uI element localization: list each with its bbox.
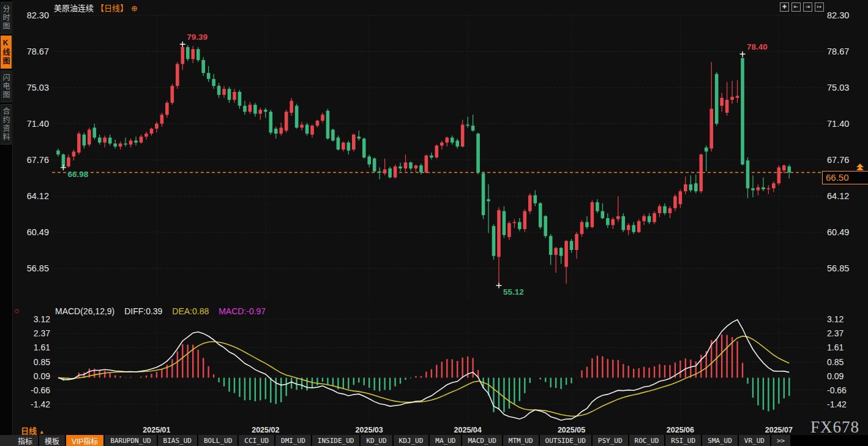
axis-scale-right-icon[interactable]: ↦	[815, 2, 824, 12]
indicator-tab->>[interactable]: >>	[771, 435, 790, 446]
candle-body	[767, 188, 771, 189]
candle-body	[637, 221, 641, 232]
indicator-tab-kdj_ud[interactable]: KDJ_UD	[394, 435, 429, 446]
candle-body	[761, 187, 765, 189]
candle-body	[585, 222, 589, 227]
candle-body	[108, 138, 112, 144]
candle-body	[352, 135, 356, 149]
candle-body	[627, 225, 630, 230]
axis-scale-bottom-icon[interactable]: ⇥	[803, 2, 812, 12]
indicator-tab-barupdn_ud[interactable]: BARUPDN_UD	[105, 435, 156, 446]
price-axis-label-right: 71.40	[827, 119, 849, 129]
indicator-tab-vip[interactable]: VIP指标	[66, 435, 103, 446]
x-axis-label: 2025/06	[667, 426, 694, 434]
add-circle-icon[interactable]: ⊕	[131, 4, 138, 13]
candle-body	[699, 154, 703, 191]
indicator-tab-outside_ud[interactable]: OUTSIDE_UD	[540, 435, 591, 446]
crosshair-icon[interactable]: ✚	[780, 2, 789, 12]
indicator-tab-vr_ud[interactable]: VR_UD	[739, 435, 770, 446]
indicator-tab-dmi_ud[interactable]: DMI_UD	[275, 435, 311, 446]
candle-body	[383, 170, 387, 173]
candle-body	[326, 111, 330, 138]
candle-body	[228, 89, 231, 100]
indicator-tab-psy_ud[interactable]: PSY_UD	[593, 435, 628, 446]
current-price-tag: 66.50	[822, 171, 868, 184]
candle-body	[445, 138, 449, 143]
candle-body	[238, 92, 242, 106]
indicator-tab-kd_ud[interactable]: KD_UD	[361, 435, 392, 446]
macd-axis-label-right: -0.66	[827, 385, 847, 395]
symbol-title: 美原油连续	[54, 4, 94, 13]
sidebar-item-contract-info[interactable]: 合约资料	[1, 104, 12, 145]
candle-body	[663, 206, 667, 213]
macd-axis-label-left: -0.66	[31, 385, 50, 395]
price-axis-label-right: 78.67	[827, 47, 849, 56]
candle-body	[285, 112, 288, 130]
candle-body	[274, 129, 278, 134]
price-axis-label-right: 75.03	[827, 83, 849, 93]
indicator-tab-ma_ud[interactable]: MA_UD	[430, 435, 461, 446]
indicator-tab-boll_ud[interactable]: BOLL_UD	[198, 435, 238, 446]
macd-diff-line	[58, 320, 789, 420]
candle-body	[160, 115, 164, 124]
price-axis-label-left: 82.30	[27, 10, 49, 20]
macd-axis-label-left: -1.42	[31, 399, 50, 409]
indicator-tab-inside_ud[interactable]: INSIDE_UD	[312, 435, 360, 446]
indicator-tab-mtm_ud[interactable]: MTM_UD	[503, 435, 539, 446]
period-tag: 【日线】	[96, 4, 128, 13]
candle-body	[98, 138, 102, 143]
candle-body	[673, 196, 677, 208]
macd-axis-label-left: 0.85	[34, 357, 50, 367]
indicator-settings-icon[interactable]: ☼	[13, 305, 21, 315]
indicator-tab-roc_ud[interactable]: ROC_UD	[629, 435, 665, 446]
indicator-tab-cci_ud[interactable]: CCI_UD	[239, 435, 274, 446]
candle-body	[155, 124, 159, 129]
high-price-annotation: 78.40	[747, 42, 768, 51]
candle-body	[559, 248, 563, 256]
candle-body	[772, 183, 776, 188]
candle-body	[746, 161, 750, 188]
indicator-tab-rsi_ud[interactable]: RSI_UD	[665, 435, 701, 446]
candle-body	[611, 219, 615, 225]
chart-type-sidebar: 分时图 K线图 闪电图 合约资料	[0, 0, 13, 446]
candle-body	[684, 184, 687, 191]
candle-body	[129, 140, 133, 144]
macd-axis-label-right: 3.12	[827, 314, 844, 324]
candle-body	[113, 143, 117, 146]
candle-body	[725, 100, 729, 113]
candle-body	[554, 248, 558, 255]
candle-body	[570, 241, 574, 250]
candle-body	[466, 125, 470, 126]
sidebar-item-lightning-chart[interactable]: 闪电图	[1, 70, 12, 102]
candle-body	[705, 148, 708, 151]
candle-body	[249, 105, 252, 112]
indicator-tab-[interactable]: 指标	[12, 435, 38, 446]
candle-body	[279, 127, 283, 134]
indicator-tab-[interactable]: 模板	[39, 435, 65, 446]
candle-body	[497, 210, 501, 257]
indicator-tab-macd_ud[interactable]: MACD_UD	[462, 435, 501, 446]
price-axis-label-left: 56.85	[27, 263, 49, 273]
extreme-cross-marker	[496, 283, 501, 289]
candle-body	[124, 143, 127, 145]
candle-body	[482, 173, 485, 215]
sidebar-item-time-chart[interactable]: 分时图	[1, 2, 12, 34]
candle-body	[513, 222, 517, 224]
sidebar-item-candle-chart[interactable]: K线图	[1, 36, 12, 69]
indicator-tab-sma_ud[interactable]: SMA_UD	[702, 435, 738, 446]
candle-body	[88, 130, 91, 145]
candle-body	[176, 64, 179, 86]
price-axis-label-left: 64.12	[27, 191, 49, 201]
candle-body	[331, 130, 335, 141]
candle-body	[373, 159, 376, 172]
candle-body	[606, 218, 610, 225]
macd-axis-label-right: -1.42	[827, 399, 847, 409]
candle-body	[435, 146, 439, 157]
x-axis-label: 2025/07	[765, 426, 793, 434]
indicator-tab-bias_ud[interactable]: BIAS_UD	[158, 435, 197, 446]
candlestick-chart[interactable]: 2025/012025/022025/032025/042025/052025/…	[0, 0, 868, 446]
axis-scale-left-icon[interactable]: ⇤	[791, 2, 801, 12]
candle-body	[471, 126, 475, 130]
candle-body	[642, 216, 646, 221]
candle-body	[119, 143, 122, 146]
